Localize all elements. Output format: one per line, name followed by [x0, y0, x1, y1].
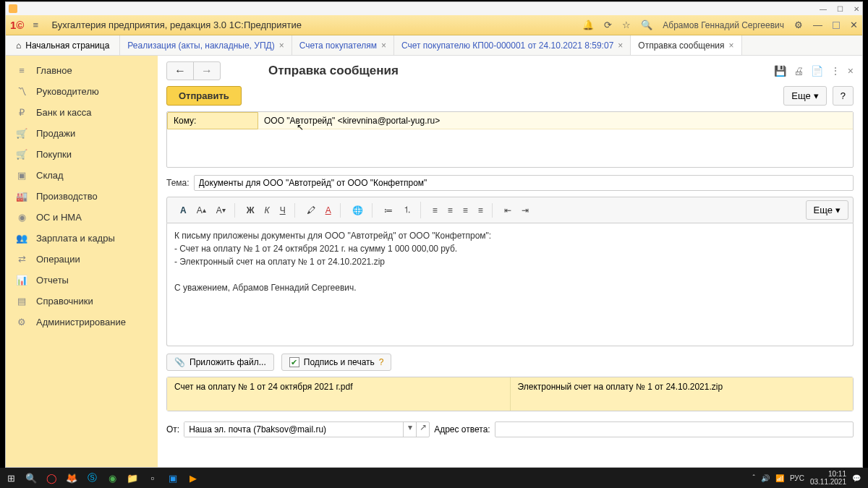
tab-send-message[interactable]: Отправка сообщения×: [631, 35, 741, 55]
sidebar-item-salary[interactable]: 👥Зарплата и кадры: [6, 228, 158, 249]
align-right-icon[interactable]: ≡: [459, 203, 472, 218]
checkbox-icon[interactable]: ✔: [289, 357, 299, 367]
tab-realization[interactable]: Реализация (акты, накладные, УПД)×: [120, 35, 292, 55]
close-panel-icon[interactable]: ×: [848, 65, 854, 77]
sidebar-item-label: Главное: [36, 65, 72, 76]
chevron-down-icon[interactable]: ▾: [403, 422, 416, 437]
from-input[interactable]: [184, 422, 403, 437]
bg-color-icon[interactable]: 🖍: [302, 203, 320, 218]
align-justify-icon[interactable]: ≡: [474, 203, 488, 218]
sidebar-item-main[interactable]: ≡Главное: [6, 60, 158, 81]
sidebar-item-purchases[interactable]: 🛒Покупки: [6, 144, 158, 165]
bell-icon[interactable]: 🔔: [582, 20, 594, 30]
from-select[interactable]: ▾ ↗: [184, 421, 430, 437]
window-maximize-icon[interactable]: ☐: [837, 5, 843, 13]
bold-icon[interactable]: Ж: [242, 203, 259, 218]
firefox-icon[interactable]: 🦊: [64, 470, 80, 486]
menu-icon[interactable]: ≡: [33, 20, 46, 30]
align-left-icon[interactable]: ≡: [428, 203, 442, 218]
window-close-icon[interactable]: ✕: [854, 5, 859, 13]
send-button[interactable]: Отправить: [166, 86, 242, 106]
align-center-icon[interactable]: ≡: [443, 203, 457, 218]
star-icon[interactable]: ☆: [622, 20, 631, 30]
from-label: От:: [166, 424, 179, 435]
tray-lang[interactable]: РУС: [790, 474, 804, 482]
more-button[interactable]: Еще▾: [783, 86, 826, 106]
sidebar-item-bank[interactable]: ₽Банк и касса: [6, 102, 158, 123]
tray-up-icon[interactable]: ˆ: [753, 474, 755, 482]
italic-icon[interactable]: К: [260, 203, 274, 218]
save-icon[interactable]: 💾: [774, 65, 786, 77]
sidebar-item-reports[interactable]: 📊Отчеты: [6, 270, 158, 291]
app3-icon[interactable]: ▶: [185, 470, 201, 486]
indent-icon[interactable]: ⇥: [517, 203, 533, 218]
sign-stamp-button[interactable]: ✔Подпись и печать?: [281, 354, 392, 371]
toolbar-more-button[interactable]: Еще▾: [806, 200, 848, 220]
open-ref-icon[interactable]: ↗: [416, 422, 429, 437]
close-icon[interactable]: ×: [381, 40, 386, 51]
user-name[interactable]: Абрамов Геннадий Сергеевич: [663, 20, 784, 30]
tab-invoices[interactable]: Счета покупателям×: [292, 35, 394, 55]
sidebar-item-director[interactable]: 〽Руководителю: [6, 81, 158, 102]
attach-file-button[interactable]: 📎Приложить файл...: [166, 354, 274, 371]
to-value[interactable]: ООО "Автотрейд" <kirevnina@portal-yug.ru…: [258, 112, 853, 129]
help-button[interactable]: ?: [833, 86, 854, 106]
inner-close-icon[interactable]: ✕: [850, 20, 858, 30]
print-icon[interactable]: 🖨: [793, 65, 804, 77]
search-icon[interactable]: 🔍: [641, 20, 652, 30]
sidebar-item-refs[interactable]: ▤Справочники: [6, 291, 158, 312]
tab-invoice-doc[interactable]: Счет покупателю КП00-000001 от 24.10.202…: [394, 35, 631, 55]
sidebar-item-operations[interactable]: ⇄Операции: [6, 249, 158, 270]
skype-icon[interactable]: Ⓢ: [84, 470, 100, 486]
app1-icon[interactable]: ▫: [145, 470, 161, 486]
tray-notif-icon[interactable]: 💬: [852, 474, 861, 482]
kebab-icon[interactable]: ⋮: [830, 65, 841, 77]
message-body-editor[interactable]: К письму приложены документы для ООО "Ав…: [166, 223, 854, 346]
font-up-icon[interactable]: A▴: [192, 203, 210, 218]
attachment-item[interactable]: Электронный счет на оплату № 1 от 24.10.…: [511, 377, 854, 411]
opera-icon[interactable]: ◯: [43, 470, 59, 486]
forward-icon[interactable]: →: [194, 62, 220, 80]
font-down-icon[interactable]: A▾: [212, 203, 230, 218]
chrome-icon[interactable]: ◉: [104, 470, 120, 486]
page-title: Отправка сообщения: [268, 64, 399, 78]
sidebar-item-production[interactable]: 🏭Производство: [6, 186, 158, 207]
back-icon[interactable]: ←: [167, 62, 194, 80]
history-icon[interactable]: ⟳: [604, 20, 612, 30]
nav-back-forward[interactable]: ← →: [166, 61, 221, 80]
inner-minimize-icon[interactable]: —: [813, 20, 822, 30]
font-icon[interactable]: A: [176, 203, 191, 218]
search-icon[interactable]: 🔍: [23, 470, 39, 486]
to-label[interactable]: Кому:: [167, 112, 258, 129]
tray-sound-icon[interactable]: 🔊: [761, 474, 770, 482]
underline-icon[interactable]: Ч: [276, 203, 290, 218]
gear-icon: ⚙: [16, 317, 27, 328]
close-icon[interactable]: ×: [618, 40, 623, 51]
window-minimize-icon[interactable]: —: [820, 5, 827, 13]
start-icon[interactable]: ⊞: [3, 470, 19, 486]
tray-net-icon[interactable]: 📶: [775, 474, 784, 482]
ul-icon[interactable]: ≔: [380, 202, 397, 218]
sidebar-item-admin[interactable]: ⚙Администрирование: [6, 312, 158, 333]
outdent-icon[interactable]: ⇤: [500, 203, 516, 218]
app2-icon[interactable]: ▣: [165, 470, 181, 486]
settings-icon[interactable]: ⚙: [794, 20, 803, 30]
ol-icon[interactable]: ⒈: [399, 202, 416, 218]
explorer-icon[interactable]: 📁: [124, 470, 140, 486]
inner-maximize-icon[interactable]: [833, 22, 840, 29]
subject-input[interactable]: [194, 175, 854, 191]
help-icon[interactable]: ?: [379, 357, 384, 367]
to-expand-area[interactable]: [167, 129, 853, 167]
attachment-item[interactable]: Счет на оплату № 1 от 24 октября 2021 г.…: [167, 377, 511, 411]
tab-home[interactable]: ⌂ Начальная страница: [6, 35, 120, 55]
close-icon[interactable]: ×: [279, 40, 284, 51]
text-color-icon[interactable]: A: [321, 203, 336, 218]
sign-label: Подпись и печать: [304, 357, 375, 367]
sidebar-item-os[interactable]: ◉ОС и НМА: [6, 207, 158, 228]
close-icon[interactable]: ×: [729, 40, 734, 51]
sidebar-item-sales[interactable]: 🛒Продажи: [6, 123, 158, 144]
reply-to-input[interactable]: [495, 421, 854, 437]
doc-icon[interactable]: 📄: [811, 65, 823, 77]
link-icon[interactable]: 🌐: [348, 203, 367, 218]
sidebar-item-stock[interactable]: ▣Склад: [6, 165, 158, 186]
